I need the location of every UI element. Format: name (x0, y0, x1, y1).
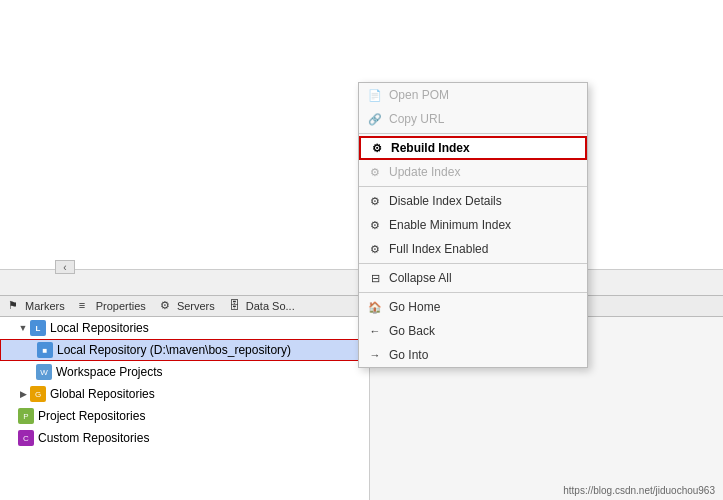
scroll-left-indicator[interactable]: ‹ (55, 260, 75, 274)
global-repo-section-icon: G (30, 386, 46, 402)
properties-icon: ≡ (79, 299, 93, 313)
ctx-update-index[interactable]: ⚙ Update Index (359, 160, 587, 184)
custom-repo-section-icon: C (18, 430, 34, 446)
copy-url-icon: 🔗 (367, 111, 383, 127)
ctx-enable-minimum-index[interactable]: ⚙ Enable Minimum Index (359, 213, 587, 237)
ctx-full-index-enabled[interactable]: ⚙ Full Index Enabled (359, 237, 587, 261)
tab-properties[interactable]: ≡ Properties (73, 297, 152, 315)
tree-section-custom[interactable]: C Custom Repositories (0, 427, 369, 449)
ctx-separator-2 (359, 186, 587, 187)
local-repo-section-icon: L (30, 320, 46, 336)
go-into-icon: → (367, 347, 383, 363)
ctx-separator-3 (359, 263, 587, 264)
local-repo-icon: ■ (37, 342, 53, 358)
tree-section-local[interactable]: ▼ L Local Repositories (0, 317, 369, 339)
go-home-icon: 🏠 (367, 299, 383, 315)
ctx-copy-url-label: Copy URL (389, 112, 444, 126)
open-pom-icon: 📄 (367, 87, 383, 103)
servers-icon: ⚙ (160, 299, 174, 313)
ctx-go-home[interactable]: 🏠 Go Home (359, 295, 587, 319)
full-index-enabled-icon: ⚙ (367, 241, 383, 257)
tab-datasource[interactable]: 🗄 Data So... (223, 297, 301, 315)
tree-item-local-repo-label: Local Repository (D:\maven\bos_repositor… (57, 343, 291, 357)
ctx-update-index-label: Update Index (389, 165, 460, 179)
workspace-projects-icon: W (36, 364, 52, 380)
ctx-go-into[interactable]: → Go Into (359, 343, 587, 367)
ctx-go-into-label: Go Into (389, 348, 428, 362)
go-back-icon: ← (367, 323, 383, 339)
ctx-collapse-all[interactable]: ⊟ Collapse All (359, 266, 587, 290)
ctx-enable-minimum-index-label: Enable Minimum Index (389, 218, 511, 232)
disable-index-details-icon: ⚙ (367, 193, 383, 209)
watermark: https://blog.csdn.net/jiduochou963 (563, 485, 715, 496)
ctx-full-index-enabled-label: Full Index Enabled (389, 242, 488, 256)
context-menu: 📄 Open POM 🔗 Copy URL ⚙ Rebuild Index ⚙ … (358, 82, 588, 368)
datasource-icon: 🗄 (229, 299, 243, 313)
ctx-open-pom[interactable]: 📄 Open POM (359, 83, 587, 107)
update-index-icon: ⚙ (367, 164, 383, 180)
tree-item-local-repo[interactable]: ■ Local Repository (D:\maven\bos_reposit… (0, 339, 369, 361)
tree-section-global[interactable]: ▶ G Global Repositories (0, 383, 369, 405)
ctx-disable-index-details[interactable]: ⚙ Disable Index Details (359, 189, 587, 213)
ctx-rebuild-index-label: Rebuild Index (391, 141, 470, 155)
ctx-go-home-label: Go Home (389, 300, 440, 314)
ctx-open-pom-label: Open POM (389, 88, 449, 102)
expand-global-arrow: ▶ (18, 389, 28, 399)
tree-section-global-label: Global Repositories (50, 387, 155, 401)
main-panel: ‹ ⚑ Markers ≡ Properties ⚙ Servers 🗄 Dat… (0, 0, 723, 500)
enable-minimum-index-icon: ⚙ (367, 217, 383, 233)
tab-servers-label: Servers (177, 300, 215, 312)
tab-servers[interactable]: ⚙ Servers (154, 297, 221, 315)
tree-section-local-label: Local Repositories (50, 321, 149, 335)
ctx-go-back-label: Go Back (389, 324, 435, 338)
markers-icon: ⚑ (8, 299, 22, 313)
tree-item-workspace-label: Workspace Projects (56, 365, 162, 379)
tree-item-workspace-projects[interactable]: W Workspace Projects (0, 361, 369, 383)
tab-markers[interactable]: ⚑ Markers (2, 297, 71, 315)
tab-properties-label: Properties (96, 300, 146, 312)
ctx-go-back[interactable]: ← Go Back (359, 319, 587, 343)
ctx-disable-index-details-label: Disable Index Details (389, 194, 502, 208)
tree-section-project[interactable]: P Project Repositories (0, 405, 369, 427)
ctx-collapse-all-label: Collapse All (389, 271, 452, 285)
expand-local-arrow: ▼ (18, 323, 28, 333)
rebuild-index-icon: ⚙ (369, 140, 385, 156)
tab-markers-label: Markers (25, 300, 65, 312)
tree-panel: ▼ L Local Repositories ■ Local Repositor… (0, 317, 370, 500)
tree-section-custom-label: Custom Repositories (38, 431, 149, 445)
ctx-rebuild-index[interactable]: ⚙ Rebuild Index (359, 136, 587, 160)
tree-section-project-label: Project Repositories (38, 409, 145, 423)
project-repo-section-icon: P (18, 408, 34, 424)
ctx-copy-url[interactable]: 🔗 Copy URL (359, 107, 587, 131)
ctx-separator-4 (359, 292, 587, 293)
ctx-separator-1 (359, 133, 587, 134)
watermark-text: https://blog.csdn.net/jiduochou963 (563, 485, 715, 496)
collapse-all-icon: ⊟ (367, 270, 383, 286)
tab-datasource-label: Data So... (246, 300, 295, 312)
